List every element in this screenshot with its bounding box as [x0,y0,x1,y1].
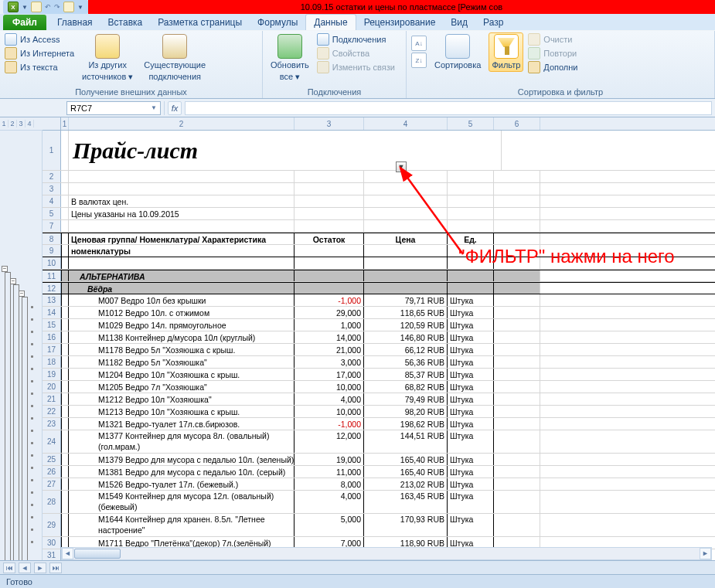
row-head[interactable]: 27 [43,478,61,490]
row-head[interactable]: 31 [43,549,61,561]
name-box-dropdown-icon[interactable]: ▼ [151,104,157,111]
table-row[interactable]: 24М1377 Контейнер для мусора 8л. (овальн… [43,430,715,454]
table-row[interactable]: 14М1012 Ведро 10л. с отжимом29,000118,65… [43,307,715,319]
tab-data[interactable]: Данные [305,14,356,30]
outline-collapse-2[interactable]: − [10,278,16,284]
row-head[interactable]: 16 [43,331,61,343]
row-head-7[interactable]: 7 [43,220,61,232]
col-head-3[interactable]: 3 [295,117,364,130]
row-head[interactable]: 19 [43,369,61,380]
row-head-5[interactable]: 5 [43,208,61,219]
row-head-9[interactable]: 9 [43,245,61,257]
undo-icon[interactable]: ↶ [45,3,51,11]
autofilter-chip[interactable]: ▼ [396,161,407,172]
sort-asc-icon[interactable]: A↓ [411,36,427,51]
tab-review[interactable]: Рецензирование [356,15,444,30]
redo-icon[interactable]: ↷ [54,3,60,11]
row-head-8[interactable]: 8 [43,233,61,244]
col-head-2[interactable]: 2 [69,117,295,130]
btn-sort[interactable]: Сортировка [431,32,484,72]
outline-level-2[interactable]: 2 [9,120,17,127]
tab-view[interactable]: Вид [443,15,475,30]
table-row[interactable]: 26М1381 Ведро для мусора с педалью 10л. … [43,466,715,478]
btn-from-access[interactable]: Из Access [5,33,74,46]
btn-from-web[interactable]: Из Интернета [5,47,74,59]
qat-more-icon[interactable]: ▼ [77,4,83,11]
table-row[interactable]: 23М1321 Ведро-туалет 17л.св.бирюзов.-1,0… [43,418,715,430]
btn-advanced-filter[interactable]: Дополни [528,61,577,73]
sheet-nav-prev[interactable]: ◄ [19,563,31,573]
outline-collapse-3[interactable]: − [19,291,25,297]
row-head-12[interactable]: 12 [43,283,61,294]
hscroll-left-icon[interactable]: ◄ [62,548,73,559]
table-row[interactable]: 21М1212 Ведро 10л "Хозяюшка"4,00079,49 R… [43,393,715,406]
name-box[interactable]: R7C7 ▼ [66,101,161,115]
row-head[interactable]: 30 [43,537,61,549]
row-head[interactable]: 23 [43,418,61,430]
row-head[interactable]: 22 [43,406,61,417]
formula-input[interactable] [185,101,712,115]
row-head[interactable]: 20 [43,381,61,393]
tab-pagelayout[interactable]: Разметка страницы [150,15,250,30]
row-head[interactable]: 21 [43,393,61,405]
fx-button[interactable]: fx [168,101,182,115]
col-head-1[interactable]: 1 [61,117,69,130]
row-head-4[interactable]: 4 [43,195,61,207]
tab-home[interactable]: Главная [49,15,100,30]
table-row[interactable]: 17М1178 Ведро 5л "Хозяюшка с крыш.21,000… [43,344,715,356]
row-head[interactable]: 15 [43,319,61,331]
table-row[interactable]: 13М007 Ведро 10л без крышки-1,00079,71 R… [43,294,715,307]
row-head[interactable]: 29 [43,514,61,536]
tab-insert[interactable]: Вставка [100,15,151,30]
col-head-4[interactable]: 4 [364,117,448,130]
qat-print-icon[interactable] [63,2,74,12]
row-head-1[interactable]: 1 [43,131,61,170]
table-row[interactable]: 18М1182 Ведро 5л "Хозяюшка"3,00056,36 RU… [43,356,715,369]
col-head-5[interactable]: 5 [448,117,494,130]
outline-level-1[interactable]: 1 [0,120,9,127]
row-head[interactable]: 28 [43,491,61,513]
btn-from-other-sources[interactable]: Из других источников ▾ [79,32,136,83]
row-head[interactable]: 25 [43,454,61,465]
table-row[interactable]: 20М1205 Ведро 7л "Хозяюшка"10,00068,82 R… [43,381,715,393]
horizontal-scrollbar[interactable]: ◄ ► [61,547,712,560]
qat-dropdown-icon[interactable]: ▼ [22,4,28,11]
table-row[interactable]: 16М1138 Контейнер д/мусора 10л (круглый)… [43,331,715,344]
hscroll-right-icon[interactable]: ► [700,548,711,559]
outline-level-4[interactable]: 4 [26,120,34,127]
btn-existing-connections[interactable]: Существующие подключения [141,32,209,83]
sheet-nav-first[interactable]: ⏮ [3,563,15,573]
row-head-11[interactable]: 11 [43,270,61,281]
hscroll-thumb[interactable] [74,549,121,559]
table-row[interactable]: 15М1029 Ведро 14л. прямоугольное1,000120… [43,319,715,331]
qat-save-icon[interactable] [31,2,42,12]
sheet-nav-last[interactable]: ⏭ [49,563,62,573]
select-all-corner[interactable] [43,117,61,131]
row-head[interactable]: 17 [43,344,61,355]
row-head[interactable]: 26 [43,466,61,478]
cell-grid[interactable]: 1 Прайс-лист 2 3 4 В валютах цен. 5 Цены… [43,131,715,574]
row-head-10[interactable]: 10 [43,257,61,269]
btn-refresh-all[interactable]: Обновить все ▾ [267,32,312,83]
row-head[interactable]: 18 [43,356,61,368]
row-head-3[interactable]: 3 [43,183,61,195]
outline-level-3[interactable]: 3 [17,120,26,127]
tab-developer[interactable]: Разр [475,15,511,30]
btn-connections[interactable]: Подключения [317,33,395,46]
table-row[interactable]: 28М1549 Контейнер для мусора 12л. (оваль… [43,491,715,514]
sort-desc-icon[interactable]: Z↓ [411,53,427,68]
row-head[interactable]: 24 [43,430,61,453]
btn-filter[interactable]: Фильтр [489,32,523,72]
table-row[interactable]: 29М1644 Контейнер для хранен. 8.5л. "Лет… [43,514,715,537]
table-row[interactable]: 25М1379 Ведро для мусора с педалью 10л. … [43,454,715,466]
col-head-6[interactable]: 6 [494,117,540,130]
table-row[interactable]: 27М1526 Ведро-туалет 17л. (бежевый.)8,00… [43,478,715,491]
outline-collapse-1[interactable]: − [2,266,8,272]
row-head-2[interactable]: 2 [43,171,61,182]
table-row[interactable]: 19М1204 Ведро 10л "Хозяюшка с крыш.17,00… [43,369,715,381]
tab-formulas[interactable]: Формулы [250,15,305,30]
tab-file[interactable]: Файл [3,15,46,30]
row-head[interactable]: 13 [43,294,61,306]
btn-from-text[interactable]: Из текста [5,61,74,73]
table-row[interactable]: 22М1213 Ведро 10л "Хозяюшка с крыш.10,00… [43,406,715,418]
